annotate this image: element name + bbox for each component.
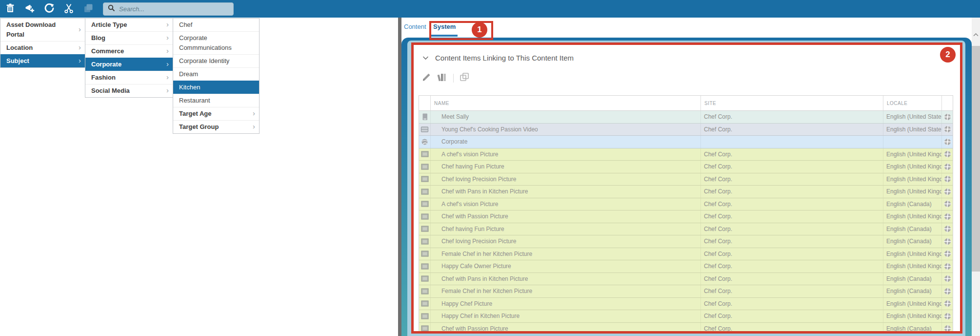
announcement-add-button[interactable] [23, 2, 36, 15]
table-row[interactable]: Female Chef in her Kitchen PictureChef C… [419, 285, 953, 298]
copy-item-button[interactable] [459, 72, 470, 84]
tab-system[interactable]: System [433, 23, 456, 30]
image-icon [421, 263, 429, 270]
menu-item-corporate-identity[interactable]: Corporate Identity [173, 54, 259, 67]
table-row[interactable]: Chef with Pans in Kitchen PictureChef Co… [419, 273, 953, 286]
menu-item-dream[interactable]: Dream [173, 67, 259, 81]
table-row[interactable]: Happy Cafe Owner PictureChef Corp.Englis… [419, 260, 953, 273]
image-icon [421, 238, 429, 245]
scrollbar-thumb[interactable] [972, 46, 980, 272]
menu-item-commerce[interactable]: Commerce› [85, 44, 173, 58]
menu-item-chef[interactable]: Chef [173, 19, 259, 31]
language-globe-icon[interactable] [944, 175, 951, 183]
table-body: Meet SallyChef Corp.English (United Stat… [419, 111, 953, 331]
language-globe-icon[interactable] [944, 213, 951, 220]
image-icon [421, 275, 429, 282]
menu-item-target-group[interactable]: Target Group› [173, 120, 259, 133]
table-row[interactable]: A chef's vision PictureChef Corp.English… [419, 148, 953, 161]
item-type-cell [419, 210, 431, 223]
language-globe-icon[interactable] [944, 138, 951, 146]
table-row[interactable]: Meet SallyChef Corp.English (United Stat… [419, 111, 953, 124]
language-globe-icon[interactable] [944, 126, 951, 133]
refresh-button[interactable] [43, 2, 56, 15]
menu-item-subject[interactable]: Subject› [0, 54, 85, 67]
table-row[interactable]: Chef with Passion PictureChef Corp.Engli… [419, 210, 953, 223]
table-row[interactable]: Female Chef in her Kitchen PictureChef C… [419, 248, 953, 261]
menu-item-target-age[interactable]: Target Age› [173, 107, 259, 120]
image-icon [421, 226, 429, 232]
copy-button[interactable] [82, 2, 95, 15]
name-cell: Corporate [431, 136, 701, 148]
language-globe-icon[interactable] [944, 163, 951, 170]
language-globe-icon[interactable] [944, 238, 951, 245]
table-row[interactable]: Chef loving Precision PictureChef Corp.E… [419, 173, 953, 186]
language-globe-icon[interactable] [944, 325, 951, 331]
table-row[interactable]: Chef loving Precision PictureChef Corp.E… [419, 235, 953, 248]
name-cell: Chef with Pans in Kitchen Picture [431, 186, 701, 198]
language-globe-icon[interactable] [944, 300, 951, 307]
menu-item-label: Social Media [91, 87, 130, 94]
language-globe-icon[interactable] [944, 263, 951, 270]
language-globe-icon[interactable] [944, 225, 951, 232]
vertical-scrollbar[interactable] [972, 18, 980, 336]
name-cell: Female Chef in her Kitchen Picture [431, 248, 701, 260]
locale-column-header: LOCALE [883, 96, 942, 110]
language-globe-icon[interactable] [944, 313, 951, 320]
tab-content[interactable]: Content [404, 23, 426, 30]
cut-button[interactable] [62, 2, 75, 15]
language-globe-icon[interactable] [944, 200, 951, 208]
toolbar-separator [453, 74, 454, 83]
table-row[interactable]: A chef's vision PictureChef Corp.English… [419, 198, 953, 211]
item-type-cell [419, 285, 431, 297]
edit-button[interactable] [421, 72, 432, 84]
table-row[interactable]: Chef with Pans in Kitchen PictureChef Co… [419, 186, 953, 198]
menu-item-restaurant[interactable]: Restaurant [173, 94, 259, 107]
table-row[interactable]: Corporate [419, 136, 953, 148]
menu-item-kitchen[interactable]: Kitchen [173, 81, 259, 94]
name-cell: Chef loving Precision Picture [431, 235, 701, 248]
cut-icon [63, 3, 74, 15]
search-input[interactable]: Search... [103, 2, 234, 16]
scroll-up-button[interactable] [972, 29, 980, 39]
table-row[interactable]: Chef having Fun PictureChef Corp.English… [419, 161, 953, 173]
item-type-cell [419, 310, 431, 322]
menu-item-social-media[interactable]: Social Media› [85, 84, 173, 97]
language-globe-icon[interactable] [944, 150, 951, 158]
menu-item-label: Chef [179, 21, 192, 28]
table-row[interactable]: Chef having Fun PictureChef Corp.English… [419, 223, 953, 236]
menu-item-label: Target Age [179, 110, 211, 117]
locale-cell: English (Canada) [883, 323, 942, 332]
language-globe-icon[interactable] [944, 250, 951, 257]
language-globe-icon[interactable] [944, 288, 951, 295]
table-row[interactable]: Chef with Passion PictureChef Corp.Engli… [419, 323, 953, 332]
section-collapse-button[interactable] [422, 54, 429, 62]
pane-splitter[interactable] [398, 18, 401, 336]
language-cell [942, 310, 953, 322]
item-type-cell [419, 173, 431, 186]
menu-item-location[interactable]: Location› [0, 41, 85, 54]
locale-cell: English (United Kingdom) [883, 161, 942, 173]
language-globe-icon[interactable] [944, 188, 951, 195]
menu-item-corporate[interactable]: Corporate› [85, 58, 173, 71]
site-cell: Chef Corp. [701, 186, 883, 198]
menu-item-article-type[interactable]: Article Type› [85, 19, 173, 31]
chevron-right-icon: › [166, 46, 169, 56]
language-globe-icon[interactable] [944, 113, 951, 121]
delete-button[interactable] [4, 2, 17, 15]
table-row[interactable]: Young Chef's Cooking Passion VideoChef C… [419, 124, 953, 136]
table-row[interactable]: Happy Chef PictureChef Corp.English (Uni… [419, 298, 953, 311]
versions-button[interactable] [437, 72, 448, 84]
menu-item-corporate-commmunications[interactable]: Corporate Commmunications [173, 31, 259, 54]
language-cell [942, 210, 953, 223]
site-cell: Chef Corp. [701, 323, 883, 332]
language-cell [942, 161, 953, 173]
table-row[interactable]: Happy Chef in Kitchen PictureChef Corp.E… [419, 310, 953, 323]
menu-item-blog[interactable]: Blog› [85, 31, 173, 44]
language-cell [942, 124, 953, 136]
versions-icon [437, 72, 448, 84]
chevron-right-icon: › [166, 33, 169, 42]
menu-item-asset-download-portal[interactable]: Asset Download Portal› [0, 19, 85, 41]
chevron-right-icon: › [79, 24, 81, 34]
language-globe-icon[interactable] [944, 275, 951, 282]
menu-item-fashion[interactable]: Fashion› [85, 71, 173, 84]
